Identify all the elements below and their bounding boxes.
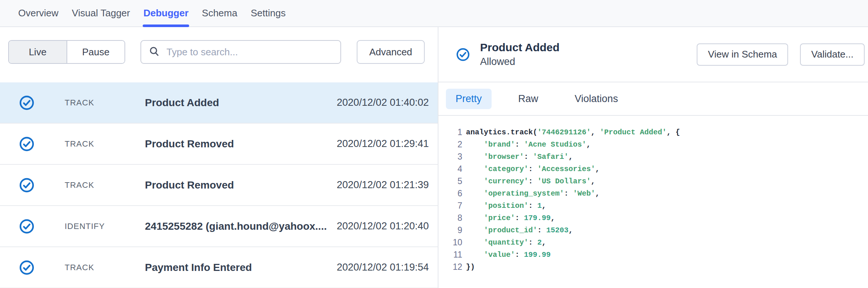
event-row[interactable]: TRACKProduct Removed2020/12/02 01:21:39 bbox=[0, 165, 438, 206]
code-line: 10 'quantity': 2, bbox=[438, 236, 868, 249]
code-line: 5 'currency': 'US Dollars', bbox=[438, 175, 868, 187]
code-line: 9 'product_id': 15203, bbox=[438, 224, 868, 236]
code-line: 1analytics.track('7446291126', 'Product … bbox=[438, 126, 868, 138]
code-line: 2 'brand': 'Acne Studios', bbox=[438, 138, 868, 151]
event-row[interactable]: TRACKPayment Info Entered2020/12/02 01:1… bbox=[0, 247, 438, 288]
tab-overview[interactable]: Overview bbox=[17, 0, 59, 26]
code-line: 3 'browser': 'Safari', bbox=[438, 151, 868, 163]
line-number: 8 bbox=[438, 212, 462, 224]
code-text: analytics.track('7446291126', 'Product A… bbox=[466, 126, 680, 138]
event-name: Product Removed bbox=[145, 179, 337, 191]
event-row[interactable]: TRACKProduct Added2020/12/02 01:40:02 bbox=[0, 82, 438, 124]
pause-button[interactable]: Pause bbox=[67, 41, 125, 63]
live-button[interactable]: Live bbox=[9, 41, 67, 63]
event-detail-titles: Product Added Allowed bbox=[480, 41, 560, 68]
event-timestamp: 2020/12/02 01:20:40 bbox=[337, 220, 429, 232]
event-row[interactable]: IDENTIFY2415255282 (giant.hound@yahoox..… bbox=[0, 206, 438, 247]
event-detail-title: Product Added bbox=[480, 41, 560, 54]
allowed-check-icon bbox=[19, 178, 34, 193]
event-type-label: IDENTIFY bbox=[65, 222, 145, 231]
allowed-check-icon bbox=[19, 137, 34, 151]
view-in-schema-button[interactable]: View in Schema bbox=[697, 43, 788, 66]
code-text: 'currency': 'US Dollars', bbox=[466, 175, 595, 187]
search-input[interactable] bbox=[166, 46, 333, 58]
event-status-label: Allowed bbox=[480, 56, 560, 68]
event-timestamp: 2020/12/02 01:29:41 bbox=[337, 138, 429, 150]
code-line: 11 'value': 199.99 bbox=[438, 249, 868, 261]
detail-tab-violations[interactable]: Violations bbox=[565, 89, 628, 109]
tab-settings[interactable]: Settings bbox=[250, 0, 286, 26]
code-text: 'value': 199.99 bbox=[466, 249, 551, 261]
line-number: 4 bbox=[438, 163, 462, 175]
code-line: 12}) bbox=[438, 261, 868, 273]
event-timestamp: 2020/12/02 01:19:54 bbox=[337, 262, 429, 273]
line-number: 11 bbox=[438, 249, 462, 261]
events-panel: Live Pause Advanced TRACKProduct Added20… bbox=[0, 27, 438, 288]
line-number: 10 bbox=[438, 236, 462, 249]
main-area: Live Pause Advanced TRACKProduct Added20… bbox=[0, 27, 868, 288]
line-number: 7 bbox=[438, 200, 462, 212]
detail-actions: View in Schema Validate... bbox=[697, 43, 865, 66]
advanced-button[interactable]: Advanced bbox=[357, 40, 425, 64]
code-line: 7 'position': 1, bbox=[438, 200, 868, 212]
event-type-label: TRACK bbox=[65, 180, 145, 190]
code-text: 'product_id': 15203, bbox=[466, 224, 573, 236]
live-pause-toggle: Live Pause bbox=[8, 40, 125, 64]
event-list: TRACKProduct Added2020/12/02 01:40:02TRA… bbox=[0, 82, 438, 288]
code-text: 'browser': 'Safari', bbox=[466, 151, 573, 163]
line-number: 12 bbox=[438, 261, 462, 273]
event-name: 2415255282 (giant.hound@yahoox.... bbox=[145, 220, 337, 232]
detail-tab-raw[interactable]: Raw bbox=[509, 89, 548, 109]
line-number: 6 bbox=[438, 187, 462, 200]
event-type-label: TRACK bbox=[65, 139, 145, 149]
detail-tabs: PrettyRawViolations bbox=[438, 82, 868, 115]
line-number: 1 bbox=[438, 126, 462, 138]
event-type-label: TRACK bbox=[65, 98, 145, 108]
code-viewer: 1analytics.track('7446291126', 'Product … bbox=[438, 116, 868, 273]
allowed-check-icon bbox=[456, 48, 470, 61]
code-line: 8 'price': 179.99, bbox=[438, 212, 868, 224]
code-text: }) bbox=[466, 261, 475, 273]
event-name: Payment Info Entered bbox=[145, 262, 337, 274]
tab-debugger[interactable]: Debugger bbox=[143, 0, 189, 26]
top-nav: OverviewVisual TaggerDebuggerSchemaSetti… bbox=[0, 0, 868, 27]
tab-visual-tagger[interactable]: Visual Tagger bbox=[71, 0, 131, 26]
event-detail-panel: Product Added Allowed View in Schema Val… bbox=[438, 27, 868, 288]
line-number: 2 bbox=[438, 138, 462, 151]
event-timestamp: 2020/12/02 01:21:39 bbox=[337, 179, 429, 191]
allowed-check-icon bbox=[19, 219, 34, 234]
allowed-check-icon bbox=[19, 95, 34, 110]
event-controls: Live Pause Advanced bbox=[8, 40, 425, 64]
line-number: 3 bbox=[438, 151, 462, 163]
tab-schema[interactable]: Schema bbox=[201, 0, 238, 26]
allowed-check-icon bbox=[19, 260, 34, 275]
validate-button[interactable]: Validate... bbox=[800, 43, 865, 66]
code-text: 'position': 1, bbox=[466, 200, 546, 212]
search-icon bbox=[149, 46, 160, 58]
event-name: Product Removed bbox=[145, 138, 337, 150]
event-type-label: TRACK bbox=[65, 263, 145, 272]
event-name: Product Added bbox=[145, 97, 337, 109]
detail-tab-pretty[interactable]: Pretty bbox=[446, 89, 492, 109]
code-line: 4 'category': 'Accessories', bbox=[438, 163, 868, 175]
event-timestamp: 2020/12/02 01:40:02 bbox=[337, 97, 429, 108]
event-detail-header: Product Added Allowed View in Schema Val… bbox=[438, 27, 868, 82]
event-row[interactable]: TRACKProduct Removed2020/12/02 01:29:41 bbox=[0, 124, 438, 165]
line-number: 5 bbox=[438, 175, 462, 187]
code-text: 'operating_system': 'Web', bbox=[466, 187, 600, 200]
code-line: 6 'operating_system': 'Web', bbox=[438, 187, 868, 200]
code-text: 'price': 179.99, bbox=[466, 212, 555, 224]
code-text: 'brand': 'Acne Studios', bbox=[466, 138, 591, 151]
code-text: 'quantity': 2, bbox=[466, 236, 546, 249]
search-box[interactable] bbox=[140, 40, 341, 64]
code-text: 'category': 'Accessories', bbox=[466, 163, 600, 175]
debugger-app: OverviewVisual TaggerDebuggerSchemaSetti… bbox=[0, 0, 868, 288]
line-number: 9 bbox=[438, 224, 462, 236]
